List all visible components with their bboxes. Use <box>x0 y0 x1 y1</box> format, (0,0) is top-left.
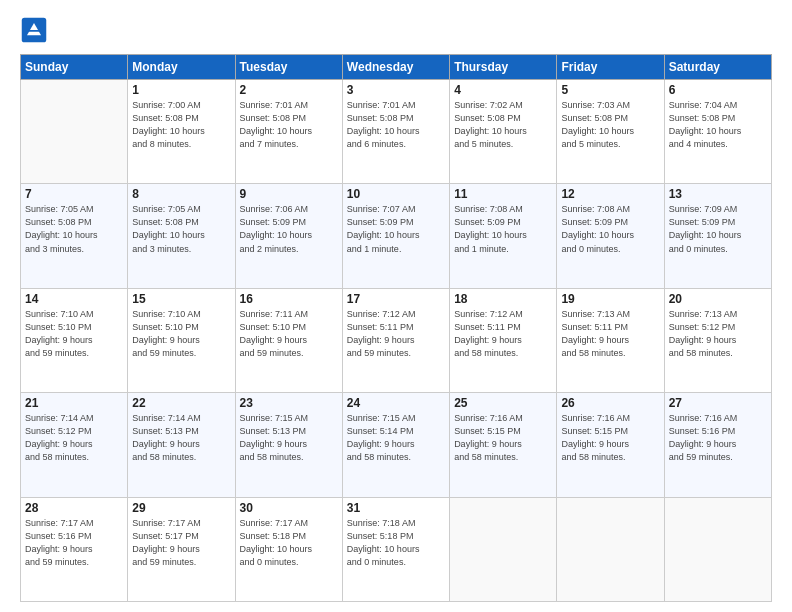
calendar-cell: 16Sunrise: 7:11 AM Sunset: 5:10 PM Dayli… <box>235 288 342 392</box>
day-number: 10 <box>347 187 445 201</box>
day-number: 31 <box>347 501 445 515</box>
day-info: Sunrise: 7:17 AM Sunset: 5:17 PM Dayligh… <box>132 517 230 569</box>
calendar-cell: 19Sunrise: 7:13 AM Sunset: 5:11 PM Dayli… <box>557 288 664 392</box>
day-info: Sunrise: 7:18 AM Sunset: 5:18 PM Dayligh… <box>347 517 445 569</box>
day-number: 29 <box>132 501 230 515</box>
calendar-cell: 2Sunrise: 7:01 AM Sunset: 5:08 PM Daylig… <box>235 80 342 184</box>
day-header-sunday: Sunday <box>21 55 128 80</box>
calendar-cell: 11Sunrise: 7:08 AM Sunset: 5:09 PM Dayli… <box>450 184 557 288</box>
day-header-tuesday: Tuesday <box>235 55 342 80</box>
svg-rect-2 <box>29 30 40 32</box>
day-number: 25 <box>454 396 552 410</box>
calendar-cell: 22Sunrise: 7:14 AM Sunset: 5:13 PM Dayli… <box>128 393 235 497</box>
day-info: Sunrise: 7:14 AM Sunset: 5:13 PM Dayligh… <box>132 412 230 464</box>
day-info: Sunrise: 7:06 AM Sunset: 5:09 PM Dayligh… <box>240 203 338 255</box>
day-number: 20 <box>669 292 767 306</box>
calendar-table: SundayMondayTuesdayWednesdayThursdayFrid… <box>20 54 772 602</box>
day-info: Sunrise: 7:05 AM Sunset: 5:08 PM Dayligh… <box>132 203 230 255</box>
calendar-cell: 12Sunrise: 7:08 AM Sunset: 5:09 PM Dayli… <box>557 184 664 288</box>
day-info: Sunrise: 7:16 AM Sunset: 5:15 PM Dayligh… <box>561 412 659 464</box>
calendar-cell: 23Sunrise: 7:15 AM Sunset: 5:13 PM Dayli… <box>235 393 342 497</box>
calendar-cell: 21Sunrise: 7:14 AM Sunset: 5:12 PM Dayli… <box>21 393 128 497</box>
calendar-cell: 26Sunrise: 7:16 AM Sunset: 5:15 PM Dayli… <box>557 393 664 497</box>
calendar-cell: 3Sunrise: 7:01 AM Sunset: 5:08 PM Daylig… <box>342 80 449 184</box>
calendar-header-row: SundayMondayTuesdayWednesdayThursdayFrid… <box>21 55 772 80</box>
day-info: Sunrise: 7:08 AM Sunset: 5:09 PM Dayligh… <box>454 203 552 255</box>
day-number: 18 <box>454 292 552 306</box>
calendar-cell: 10Sunrise: 7:07 AM Sunset: 5:09 PM Dayli… <box>342 184 449 288</box>
day-number: 2 <box>240 83 338 97</box>
day-info: Sunrise: 7:02 AM Sunset: 5:08 PM Dayligh… <box>454 99 552 151</box>
day-number: 4 <box>454 83 552 97</box>
calendar-cell: 7Sunrise: 7:05 AM Sunset: 5:08 PM Daylig… <box>21 184 128 288</box>
day-number: 5 <box>561 83 659 97</box>
day-info: Sunrise: 7:16 AM Sunset: 5:16 PM Dayligh… <box>669 412 767 464</box>
day-number: 16 <box>240 292 338 306</box>
day-number: 22 <box>132 396 230 410</box>
day-info: Sunrise: 7:08 AM Sunset: 5:09 PM Dayligh… <box>561 203 659 255</box>
day-number: 17 <box>347 292 445 306</box>
day-info: Sunrise: 7:07 AM Sunset: 5:09 PM Dayligh… <box>347 203 445 255</box>
calendar-cell: 15Sunrise: 7:10 AM Sunset: 5:10 PM Dayli… <box>128 288 235 392</box>
day-number: 24 <box>347 396 445 410</box>
day-number: 9 <box>240 187 338 201</box>
calendar-cell: 25Sunrise: 7:16 AM Sunset: 5:15 PM Dayli… <box>450 393 557 497</box>
calendar-cell: 6Sunrise: 7:04 AM Sunset: 5:08 PM Daylig… <box>664 80 771 184</box>
header <box>20 16 772 44</box>
day-info: Sunrise: 7:01 AM Sunset: 5:08 PM Dayligh… <box>347 99 445 151</box>
logo-icon <box>20 16 48 44</box>
day-info: Sunrise: 7:10 AM Sunset: 5:10 PM Dayligh… <box>25 308 123 360</box>
calendar-week-5: 28Sunrise: 7:17 AM Sunset: 5:16 PM Dayli… <box>21 497 772 601</box>
day-number: 26 <box>561 396 659 410</box>
day-info: Sunrise: 7:12 AM Sunset: 5:11 PM Dayligh… <box>454 308 552 360</box>
day-info: Sunrise: 7:10 AM Sunset: 5:10 PM Dayligh… <box>132 308 230 360</box>
day-number: 13 <box>669 187 767 201</box>
calendar-cell: 31Sunrise: 7:18 AM Sunset: 5:18 PM Dayli… <box>342 497 449 601</box>
day-number: 30 <box>240 501 338 515</box>
day-info: Sunrise: 7:15 AM Sunset: 5:13 PM Dayligh… <box>240 412 338 464</box>
calendar-week-2: 7Sunrise: 7:05 AM Sunset: 5:08 PM Daylig… <box>21 184 772 288</box>
day-info: Sunrise: 7:05 AM Sunset: 5:08 PM Dayligh… <box>25 203 123 255</box>
day-number: 1 <box>132 83 230 97</box>
day-number: 21 <box>25 396 123 410</box>
page: SundayMondayTuesdayWednesdayThursdayFrid… <box>0 0 792 612</box>
calendar-cell: 29Sunrise: 7:17 AM Sunset: 5:17 PM Dayli… <box>128 497 235 601</box>
day-info: Sunrise: 7:17 AM Sunset: 5:16 PM Dayligh… <box>25 517 123 569</box>
day-info: Sunrise: 7:01 AM Sunset: 5:08 PM Dayligh… <box>240 99 338 151</box>
calendar-cell: 30Sunrise: 7:17 AM Sunset: 5:18 PM Dayli… <box>235 497 342 601</box>
day-info: Sunrise: 7:04 AM Sunset: 5:08 PM Dayligh… <box>669 99 767 151</box>
calendar-cell: 28Sunrise: 7:17 AM Sunset: 5:16 PM Dayli… <box>21 497 128 601</box>
calendar-cell <box>21 80 128 184</box>
day-header-friday: Friday <box>557 55 664 80</box>
calendar-week-3: 14Sunrise: 7:10 AM Sunset: 5:10 PM Dayli… <box>21 288 772 392</box>
day-number: 8 <box>132 187 230 201</box>
calendar-week-1: 1Sunrise: 7:00 AM Sunset: 5:08 PM Daylig… <box>21 80 772 184</box>
day-number: 28 <box>25 501 123 515</box>
day-info: Sunrise: 7:11 AM Sunset: 5:10 PM Dayligh… <box>240 308 338 360</box>
day-info: Sunrise: 7:16 AM Sunset: 5:15 PM Dayligh… <box>454 412 552 464</box>
day-number: 15 <box>132 292 230 306</box>
calendar-cell <box>450 497 557 601</box>
logo <box>20 16 52 44</box>
day-number: 11 <box>454 187 552 201</box>
day-header-monday: Monday <box>128 55 235 80</box>
day-header-wednesday: Wednesday <box>342 55 449 80</box>
day-number: 14 <box>25 292 123 306</box>
calendar-cell: 20Sunrise: 7:13 AM Sunset: 5:12 PM Dayli… <box>664 288 771 392</box>
calendar-cell: 8Sunrise: 7:05 AM Sunset: 5:08 PM Daylig… <box>128 184 235 288</box>
day-number: 3 <box>347 83 445 97</box>
day-info: Sunrise: 7:15 AM Sunset: 5:14 PM Dayligh… <box>347 412 445 464</box>
day-header-thursday: Thursday <box>450 55 557 80</box>
day-number: 6 <box>669 83 767 97</box>
day-info: Sunrise: 7:03 AM Sunset: 5:08 PM Dayligh… <box>561 99 659 151</box>
calendar-cell: 4Sunrise: 7:02 AM Sunset: 5:08 PM Daylig… <box>450 80 557 184</box>
day-info: Sunrise: 7:13 AM Sunset: 5:11 PM Dayligh… <box>561 308 659 360</box>
calendar-cell: 17Sunrise: 7:12 AM Sunset: 5:11 PM Dayli… <box>342 288 449 392</box>
day-info: Sunrise: 7:14 AM Sunset: 5:12 PM Dayligh… <box>25 412 123 464</box>
day-info: Sunrise: 7:12 AM Sunset: 5:11 PM Dayligh… <box>347 308 445 360</box>
day-number: 27 <box>669 396 767 410</box>
calendar-cell: 13Sunrise: 7:09 AM Sunset: 5:09 PM Dayli… <box>664 184 771 288</box>
calendar-cell: 18Sunrise: 7:12 AM Sunset: 5:11 PM Dayli… <box>450 288 557 392</box>
calendar-cell: 14Sunrise: 7:10 AM Sunset: 5:10 PM Dayli… <box>21 288 128 392</box>
day-header-saturday: Saturday <box>664 55 771 80</box>
